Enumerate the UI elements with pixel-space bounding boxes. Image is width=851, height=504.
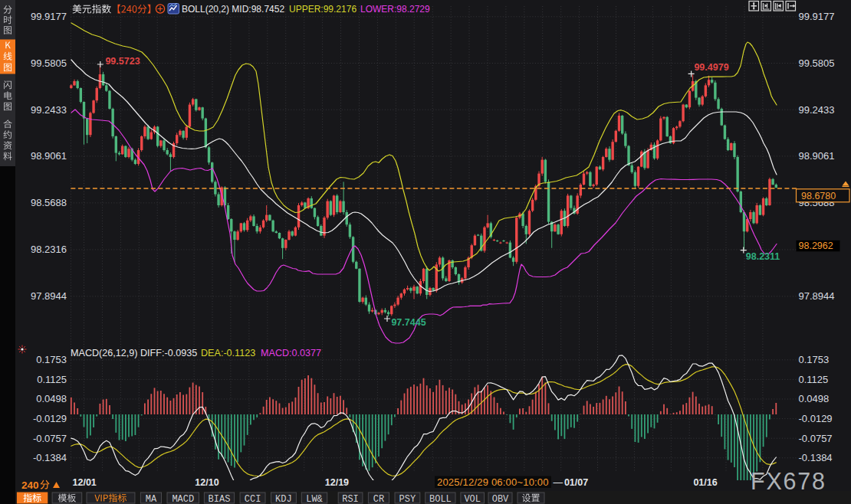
svg-text:99.9177: 99.9177 xyxy=(799,11,835,22)
svg-text:98.2962: 98.2962 xyxy=(799,241,833,251)
svg-text:-0.1384: -0.1384 xyxy=(33,452,67,463)
svg-text:2025/12/29 06:00~10:00: 2025/12/29 06:00~10:00 xyxy=(437,476,549,488)
svg-text:MA: MA xyxy=(146,494,157,504)
svg-text:0.1125: 0.1125 xyxy=(799,374,829,385)
svg-text:99.2433: 99.2433 xyxy=(799,104,835,116)
svg-text:01/07: 01/07 xyxy=(564,477,588,488)
svg-text:UPPER:99.2176: UPPER:99.2176 xyxy=(289,4,356,15)
svg-text:BIAS: BIAS xyxy=(209,494,231,504)
svg-text:MACD:0.0377: MACD:0.0377 xyxy=(261,348,321,358)
svg-text:—: — xyxy=(554,477,564,488)
svg-text:BOLL(20,2) MID:98.7452: BOLL(20,2) MID:98.7452 xyxy=(182,4,284,15)
svg-text:99.5723: 99.5723 xyxy=(105,56,140,67)
svg-text:OBV: OBV xyxy=(492,494,509,504)
svg-text:97.7445: 97.7445 xyxy=(391,317,426,328)
svg-text:-0.0129: -0.0129 xyxy=(33,413,67,424)
svg-text:240: 240 xyxy=(21,479,39,491)
svg-text:98.6780: 98.6780 xyxy=(801,191,836,201)
svg-text:98.2316: 98.2316 xyxy=(31,244,67,255)
svg-text:LW&: LW& xyxy=(306,494,323,504)
svg-text:99.9177: 99.9177 xyxy=(31,11,67,22)
svg-text:0.0498: 0.0498 xyxy=(799,393,830,404)
svg-text:-0.1384: -0.1384 xyxy=(799,452,833,463)
svg-text:98.9061: 98.9061 xyxy=(31,150,67,162)
svg-text:12/19: 12/19 xyxy=(325,477,349,488)
svg-text:FX678: FX678 xyxy=(751,468,826,494)
svg-text:-0.0129: -0.0129 xyxy=(799,413,833,424)
svg-text:DEA:-0.1123: DEA:-0.1123 xyxy=(201,348,255,358)
svg-text:99.2433: 99.2433 xyxy=(31,104,67,116)
svg-text:98.2311: 98.2311 xyxy=(746,251,780,262)
svg-text:97.8944: 97.8944 xyxy=(799,290,835,302)
svg-text:97.8944: 97.8944 xyxy=(31,290,67,302)
svg-text:RSI: RSI xyxy=(342,494,359,504)
svg-text:MACD: MACD xyxy=(172,494,194,504)
svg-text:01/16: 01/16 xyxy=(693,477,717,488)
svg-text:KDJ: KDJ xyxy=(275,494,292,504)
svg-text:-0.0757: -0.0757 xyxy=(799,433,833,444)
svg-text:PSY: PSY xyxy=(399,494,416,504)
svg-text:VOL: VOL xyxy=(464,494,481,504)
svg-text:98.5688: 98.5688 xyxy=(31,197,67,208)
svg-text:LOWER:98.2729: LOWER:98.2729 xyxy=(360,4,430,15)
svg-text:CCI: CCI xyxy=(245,494,261,504)
svg-text:-0.0757: -0.0757 xyxy=(33,433,67,444)
svg-text:0.0498: 0.0498 xyxy=(36,393,67,404)
svg-text:99.5805: 99.5805 xyxy=(799,57,835,69)
svg-text:98.9061: 98.9061 xyxy=(799,150,835,162)
svg-text:99.4979: 99.4979 xyxy=(694,62,728,73)
svg-text:CR: CR xyxy=(373,494,384,504)
svg-text:0.1753: 0.1753 xyxy=(36,354,67,365)
svg-text:0.1125: 0.1125 xyxy=(37,374,67,385)
svg-text:99.5805: 99.5805 xyxy=(31,57,67,69)
svg-text:12/10: 12/10 xyxy=(195,477,219,488)
svg-text:BOLL: BOLL xyxy=(429,494,452,504)
svg-text:12/01: 12/01 xyxy=(73,477,97,488)
svg-text:0.1753: 0.1753 xyxy=(799,354,830,365)
svg-text:MACD(26,12,9) DIFF:-0.0935: MACD(26,12,9) DIFF:-0.0935 xyxy=(71,348,197,358)
